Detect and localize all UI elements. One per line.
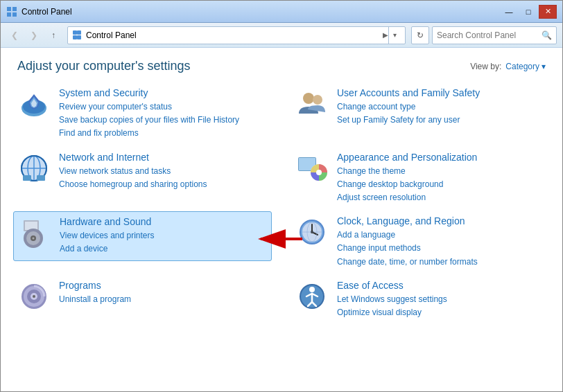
svg-rect-2 [7, 12, 11, 17]
appearance-text: Appearance and Personalization Change th… [337, 152, 546, 205]
minimize-button[interactable]: — [500, 5, 518, 19]
maximize-button[interactable]: □ [519, 5, 537, 19]
category-appearance: Appearance and Personalization Change th… [295, 152, 546, 205]
clock-text: Clock, Language, and Region Add a langua… [337, 215, 546, 269]
user-accounts-link-2[interactable]: Set up Family Safety for any user [337, 114, 546, 127]
page-title: Adjust your computer's settings [17, 59, 191, 73]
hardware-icon [18, 216, 51, 249]
user-accounts-link-1[interactable]: Change account type [337, 100, 546, 114]
address-dropdown[interactable]: ▾ [388, 26, 401, 44]
category-user-accounts: User Accounts and Family Safety Change a… [295, 87, 546, 141]
back-button[interactable]: ❮ [6, 27, 23, 44]
svg-point-44 [33, 295, 35, 298]
address-separator: ▶ [383, 31, 388, 39]
viewby-container: View by: Category ▾ [470, 62, 546, 71]
categories-grid: System and Security Review your computer… [17, 87, 546, 319]
ease-of-access-text: Ease of Access Let Windows suggest setti… [337, 280, 546, 319]
svg-point-10 [303, 93, 314, 104]
svg-rect-7 [77, 35, 81, 39]
up-button[interactable]: ↑ [45, 27, 62, 44]
system-security-link-1[interactable]: Review your computer's status [59, 100, 268, 114]
clock-link-3[interactable]: Change date, time, or number formats [337, 256, 546, 269]
network-text: Network and Internet View network status… [59, 152, 268, 191]
page-header: Adjust your computer's settings View by:… [17, 59, 546, 73]
titlebar: Control Panel — □ ✕ [1, 1, 562, 23]
category-network: Network and Internet View network status… [17, 152, 268, 205]
address-folder-icon [72, 30, 83, 41]
titlebar-left: Control Panel [6, 6, 72, 17]
forward-button[interactable]: ❯ [26, 27, 42, 44]
category-hardware: Hardware and Sound View devices and prin… [13, 211, 272, 260]
svg-rect-6 [73, 35, 77, 39]
network-icon [17, 152, 51, 185]
ease-of-access-title[interactable]: Ease of Access [337, 280, 546, 291]
hardware-link-1[interactable]: View devices and printers [60, 229, 267, 242]
category-programs: Programs Uninstall a program [17, 280, 268, 319]
category-ease-of-access: Ease of Access Let Windows suggest setti… [295, 280, 546, 319]
svg-point-29 [33, 238, 35, 240]
system-security-link-2[interactable]: Save backup copies of your files with Fi… [59, 114, 268, 127]
programs-text: Programs Uninstall a program [59, 280, 268, 306]
appearance-icon [295, 152, 329, 185]
appearance-link-1[interactable]: Change the theme [337, 165, 546, 178]
address-text: Control Panel [86, 30, 380, 40]
svg-point-47 [309, 287, 315, 292]
search-icon[interactable]: 🔍 [542, 30, 552, 40]
red-arrow [257, 229, 306, 249]
svg-rect-3 [12, 12, 17, 17]
viewby-chevron-icon: ▾ [542, 62, 546, 71]
hardware-text: Hardware and Sound View devices and prin… [60, 216, 267, 256]
ease-of-access-icon [295, 280, 329, 313]
address-bar[interactable]: Control Panel ▶ ▾ [67, 26, 406, 44]
appearance-link-3[interactable]: Adjust screen resolution [337, 191, 546, 204]
ease-of-access-link-1[interactable]: Let Windows suggest settings [337, 293, 546, 306]
svg-rect-19 [37, 175, 45, 181]
user-accounts-text: User Accounts and Family Safety Change a… [337, 87, 546, 127]
main-content: Adjust your computer's settings View by:… [1, 48, 562, 391]
window-icon [6, 6, 17, 17]
search-input[interactable] [437, 30, 542, 40]
search-bar[interactable]: 🔍 [432, 26, 557, 44]
hardware-link-2[interactable]: Add a device [60, 242, 267, 256]
svg-rect-4 [73, 30, 77, 35]
network-title[interactable]: Network and Internet [59, 152, 268, 163]
programs-title[interactable]: Programs [59, 280, 268, 291]
user-accounts-icon [295, 87, 329, 121]
system-security-link-3[interactable]: Find and fix problems [59, 127, 268, 140]
clock-link-1[interactable]: Add a language [337, 229, 546, 242]
viewby-dropdown[interactable]: Category ▾ [505, 62, 546, 71]
svg-rect-5 [77, 30, 81, 35]
network-link-2[interactable]: Choose homegroup and sharing options [59, 178, 268, 191]
network-link-1[interactable]: View network status and tasks [59, 165, 268, 178]
system-security-title[interactable]: System and Security [59, 87, 268, 98]
svg-rect-25 [25, 222, 37, 230]
svg-point-23 [316, 170, 322, 175]
svg-rect-18 [23, 175, 31, 181]
window: Control Panel — □ ✕ ❮ ❯ ↑ Control Panel … [0, 0, 563, 392]
refresh-button[interactable]: ↻ [411, 26, 429, 44]
category-clock: Clock, Language, and Region Add a langua… [295, 215, 546, 269]
svg-point-11 [313, 95, 322, 105]
window-title: Control Panel [21, 7, 72, 17]
appearance-link-2[interactable]: Change desktop background [337, 178, 546, 191]
system-security-text: System and Security Review your computer… [59, 87, 268, 141]
ease-of-access-link-2[interactable]: Optimize visual display [337, 306, 546, 319]
hardware-title[interactable]: Hardware and Sound [60, 216, 267, 227]
titlebar-buttons: — □ ✕ [500, 5, 557, 19]
viewby-label: View by: [470, 62, 501, 71]
system-security-icon [17, 87, 51, 121]
clock-title[interactable]: Clock, Language, and Region [337, 215, 546, 226]
category-system-security: System and Security Review your computer… [17, 87, 268, 141]
programs-link-1[interactable]: Uninstall a program [59, 293, 268, 306]
toolbar: ❮ ❯ ↑ Control Panel ▶ ▾ ↻ 🔍 [1, 23, 562, 48]
appearance-title[interactable]: Appearance and Personalization [337, 152, 546, 163]
programs-icon [17, 280, 51, 313]
clock-link-2[interactable]: Change input methods [337, 242, 546, 255]
close-button[interactable]: ✕ [539, 5, 557, 19]
svg-rect-1 [12, 7, 17, 11]
user-accounts-title[interactable]: User Accounts and Family Safety [337, 87, 546, 98]
svg-rect-0 [7, 7, 11, 11]
